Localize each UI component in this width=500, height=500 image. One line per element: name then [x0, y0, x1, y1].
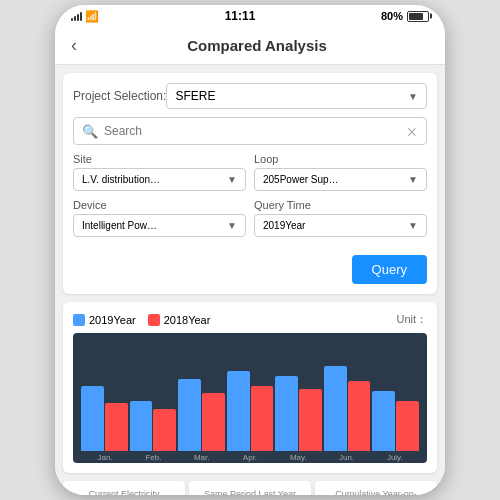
status-bar: 📶 11:11 80% — [55, 5, 445, 27]
search-icon: 🔍 — [82, 124, 98, 139]
signal-icon — [71, 12, 82, 21]
x-label-jun: Jun. — [322, 453, 370, 462]
device-value: Intelligent Power Meter — [82, 220, 162, 231]
battery-icon — [407, 11, 429, 22]
x-label-jan: Jan. — [81, 453, 129, 462]
chart-bars-container — [77, 341, 423, 451]
wifi-icon: 📶 — [85, 10, 99, 23]
bar-2018-may — [299, 389, 322, 451]
stat-cumulative-label: Cumulative Year-on- — [321, 489, 431, 495]
bar-2019-mar — [178, 379, 201, 451]
x-label-may: May. — [274, 453, 322, 462]
project-value: SFERE — [175, 89, 215, 103]
bar-2018-mar — [202, 393, 225, 451]
bar-2019-apr — [227, 371, 250, 451]
stat-current: Current Electricity 1152.0 kWh — [63, 481, 185, 495]
bar-2018-jan — [105, 403, 128, 451]
x-label-jul: July. — [371, 453, 419, 462]
filter-card: Project Selection: SFERE ▼ 🔍 ⨯ Site L.V.… — [63, 73, 437, 294]
device-select[interactable]: Intelligent Power Meter ▼ — [73, 214, 246, 237]
bar-2018-jul — [396, 401, 419, 451]
device-field: Device Intelligent Power Meter ▼ — [73, 199, 246, 237]
clock: 11:11 — [225, 9, 256, 23]
x-label-feb: Feb. — [129, 453, 177, 462]
loop-select[interactable]: 205Power Supply Cabinet ▼ — [254, 168, 427, 191]
bar-2018-apr — [251, 386, 274, 451]
legend-2019: 2019Year — [73, 314, 136, 326]
bar-2019-jul — [372, 391, 395, 451]
legend-2018-dot — [148, 314, 160, 326]
bar-group-jun — [324, 366, 371, 451]
project-select[interactable]: SFERE ▼ — [166, 83, 427, 109]
querytime-arrow-icon: ▼ — [408, 220, 418, 231]
bar-group-feb — [130, 401, 177, 451]
project-label: Project Selection: — [73, 89, 166, 103]
loop-label: Loop — [254, 153, 427, 165]
stat-same-period: Same Period Last Year 1243.8 kWh — [189, 481, 311, 495]
device-label: Device — [73, 199, 246, 211]
unit-label: Unit： — [396, 312, 427, 327]
querytime-select[interactable]: 2019Year ▼ — [254, 214, 427, 237]
site-field: Site L.V. distribution room ▼ — [73, 153, 246, 191]
device-querytime-row: Device Intelligent Power Meter ▼ Query T… — [73, 199, 427, 245]
legend-2019-label: 2019Year — [89, 314, 136, 326]
device-arrow-icon: ▼ — [227, 220, 237, 231]
bar-2018-feb — [153, 409, 176, 451]
querytime-value: 2019Year — [263, 220, 305, 231]
x-axis-labels: Jan. Feb. Mar. Apr. May. Jun. July. — [77, 451, 423, 462]
back-button[interactable]: ‹ — [71, 35, 77, 56]
stat-current-label: Current Electricity — [69, 489, 179, 495]
main-content: Project Selection: SFERE ▼ 🔍 ⨯ Site L.V.… — [55, 65, 445, 495]
clear-icon[interactable]: ⨯ — [406, 123, 418, 139]
site-label: Site — [73, 153, 246, 165]
legend-2018: 2018Year — [148, 314, 211, 326]
x-label-apr: Apr. — [226, 453, 274, 462]
stat-cumulative: Cumulative Year-on- -7.4 % ▼ — [315, 481, 437, 495]
battery-percent: 80% — [381, 10, 403, 22]
stat-same-label: Same Period Last Year — [195, 489, 305, 495]
battery-area: 80% — [381, 10, 429, 22]
site-loop-row: Site L.V. distribution room ▼ Loop 205Po… — [73, 153, 427, 191]
legend-2018-label: 2018Year — [164, 314, 211, 326]
chart-card: 2019Year 2018Year Unit： — [63, 302, 437, 473]
bar-group-may — [275, 376, 322, 451]
bar-group-jul — [372, 391, 419, 451]
querytime-field: Query Time 2019Year ▼ — [254, 199, 427, 237]
loop-value: 205Power Supply Cabinet — [263, 174, 343, 185]
app-header: ‹ Compared Analysis — [55, 27, 445, 65]
bar-2019-feb — [130, 401, 153, 451]
bar-chart: Jan. Feb. Mar. Apr. May. Jun. July. — [73, 333, 427, 463]
project-arrow-icon: ▼ — [408, 91, 418, 102]
bar-2019-jun — [324, 366, 347, 451]
bar-group-jan — [81, 386, 128, 451]
bar-group-apr — [227, 371, 274, 451]
search-bar: 🔍 ⨯ — [73, 117, 427, 145]
bar-2019-may — [275, 376, 298, 451]
page-title: Compared Analysis — [85, 37, 429, 54]
legend-2019-dot — [73, 314, 85, 326]
query-button[interactable]: Query — [352, 255, 427, 284]
site-select[interactable]: L.V. distribution room ▼ — [73, 168, 246, 191]
signal-area: 📶 — [71, 10, 99, 23]
loop-arrow-icon: ▼ — [408, 174, 418, 185]
querytime-label: Query Time — [254, 199, 427, 211]
chart-legend: 2019Year 2018Year Unit： — [73, 312, 427, 327]
site-value: L.V. distribution room — [82, 174, 162, 185]
query-row: Query — [73, 253, 427, 284]
x-label-mar: Mar. — [178, 453, 226, 462]
bar-2018-jun — [348, 381, 371, 451]
loop-field: Loop 205Power Supply Cabinet ▼ — [254, 153, 427, 191]
search-input[interactable] — [104, 124, 406, 138]
site-arrow-icon: ▼ — [227, 174, 237, 185]
project-row: Project Selection: SFERE ▼ — [73, 83, 427, 109]
bar-group-mar — [178, 379, 225, 451]
bar-2019-jan — [81, 386, 104, 451]
stats-row: Current Electricity 1152.0 kWh Same Peri… — [63, 481, 437, 495]
